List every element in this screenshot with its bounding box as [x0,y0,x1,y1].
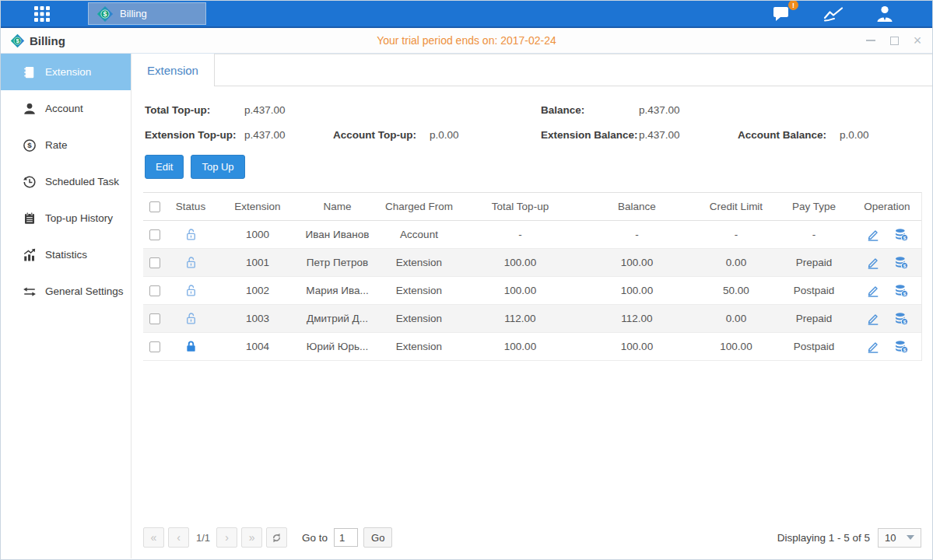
sidebar-item-extension[interactable]: Extension [1,54,131,90]
col-header-operation: Operation [853,193,921,221]
row-checkbox[interactable] [149,257,160,268]
select-all-checkbox[interactable] [149,201,160,212]
total-topup-value: p.437.00 [244,104,286,116]
page-size-select[interactable]: 10 [878,528,921,548]
cell-extension: 1002 [215,277,300,305]
extension-book-icon [23,65,37,79]
first-page-icon[interactable]: « [143,527,164,548]
cell-pay-type: Postpaid [775,333,853,361]
app-grid-icon[interactable] [23,0,61,27]
col-header-extension: Extension [215,193,300,221]
tab-extension[interactable]: Extension [132,54,215,86]
billing-diamond-icon: $ [10,33,25,48]
last-page-icon[interactable]: » [241,527,262,548]
goto-page-input[interactable] [334,528,358,547]
svg-text:$: $ [903,319,906,324]
edit-row-button[interactable] [865,283,881,299]
taskbar-tab-billing[interactable]: $ Billing [88,2,206,25]
sidebar-item-scheduled-task[interactable]: Scheduled Task [1,163,131,200]
total-topup-label: Total Top-up: [145,104,244,116]
edit-row-button[interactable] [865,311,881,327]
cell-total-topup: 100.00 [464,277,577,305]
status-lock-toggle[interactable] [184,255,198,270]
col-header-charged-from: Charged From [374,193,464,221]
topup-row-button[interactable]: $ [893,227,910,243]
edit-row-button[interactable] [865,255,881,271]
cell-name: Мария Ива... [300,277,374,305]
table-row[interactable]: 1004Юрий Юрь...Extension100.00100.00100.… [143,333,921,361]
row-checkbox[interactable] [149,285,160,296]
status-lock-toggle[interactable] [184,227,198,242]
prev-page-icon[interactable]: ‹ [168,527,189,548]
sidebar-item-label: Account [45,103,83,114]
edit-button[interactable]: Edit [145,155,184,179]
table-row[interactable]: 1003Дмитрий Д...Extension112.00112.000.0… [143,305,921,333]
cell-balance: 100.00 [577,277,697,305]
extension-balance-value: p.437.00 [639,129,738,141]
topup-coins-icon: $ [893,339,910,355]
cell-credit-limit: 50.00 [697,277,775,305]
cell-credit-limit: 0.00 [697,305,775,333]
cell-charged-from: Extension [374,305,464,333]
unlocked-icon [184,311,198,326]
table-row[interactable]: 1000Иван ИвановAccount----$ [143,221,921,249]
table-row[interactable]: 1002Мария Ива...Extension100.00100.0050.… [143,277,921,305]
cell-balance: - [577,221,697,249]
top-up-button[interactable]: Top Up [191,155,244,179]
sidebar-item-account[interactable]: Account [1,90,131,127]
topup-row-button[interactable]: $ [893,339,910,355]
topbar: $ Billing ! [1,1,932,28]
billing-diamond-icon: $ [96,5,114,23]
edit-row-button[interactable] [865,339,881,355]
sidebar-item-general-settings[interactable]: General Settings [1,273,131,310]
next-page-icon[interactable]: › [216,527,237,548]
balance-label: Balance: [541,104,639,116]
status-lock-toggle[interactable] [184,311,198,326]
refresh-icon[interactable] [266,527,287,548]
sidebar-item-topup-history[interactable]: Top-up History [1,200,131,236]
pagination-bar: « ‹ 1/1 › » Go to Go Displaying 1 - 5 of… [132,527,932,558]
maximize-icon[interactable] [889,35,900,46]
topup-row-button[interactable]: $ [893,255,910,271]
goto-label: Go to [302,532,328,544]
col-header-credit-limit: Credit Limit [697,193,775,221]
close-icon[interactable]: × [912,35,923,46]
extension-topup-value: p.437.00 [244,129,333,141]
account-person-icon [23,102,37,116]
cell-charged-from: Account [374,221,464,249]
edit-pencil-icon [865,311,881,327]
trial-notice: Your trial period ends on: 2017-02-24 [1,34,932,47]
account-balance-value: p.0.00 [840,129,869,141]
svg-text:$: $ [903,347,906,352]
tabstrip: Extension [132,54,932,86]
edit-row-button[interactable] [865,227,881,243]
row-checkbox[interactable] [149,313,160,324]
account-topup-label: Account Top-up: [333,129,430,141]
sidebar-item-rate[interactable]: $ Rate [1,127,131,163]
row-checkbox[interactable] [149,341,160,352]
edit-pencil-icon [865,255,881,271]
topup-coins-icon: $ [893,227,910,243]
topup-history-notepad-icon [23,212,37,226]
cell-charged-from: Extension [374,333,464,361]
sidebar-item-label: General Settings [45,285,124,297]
sidebar-item-statistics[interactable]: Statistics [1,236,131,273]
cell-balance: 100.00 [577,333,697,361]
row-checkbox[interactable] [149,229,160,240]
svg-text:$: $ [903,263,906,268]
cell-name: Дмитрий Д... [300,305,374,333]
cell-credit-limit: 100.00 [697,333,775,361]
topup-row-button[interactable]: $ [893,311,910,327]
messages-icon[interactable]: ! [773,5,792,23]
status-lock-toggle[interactable] [184,283,198,298]
cell-total-topup: - [464,221,577,249]
minimize-icon[interactable] [865,35,876,46]
user-icon[interactable] [875,5,895,23]
status-lock-toggle[interactable] [184,339,198,354]
go-button[interactable]: Go [363,527,392,548]
topup-row-button[interactable]: $ [893,283,910,299]
monitor-chart-icon[interactable] [823,5,844,23]
cell-pay-type: Prepaid [775,249,853,277]
table-row[interactable]: 1001Петр ПетровExtension100.00100.000.00… [143,249,921,277]
page-indicator: 1/1 [196,532,210,544]
